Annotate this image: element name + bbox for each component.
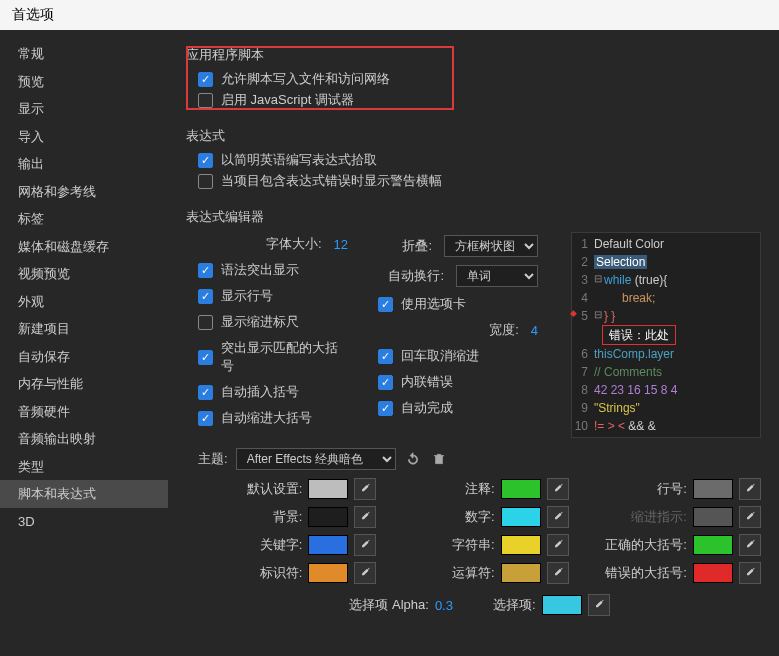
eyedropper-icon[interactable] xyxy=(739,506,761,528)
color-label: 背景: xyxy=(273,508,303,526)
show-banner-label: 当项目包含表达式错误时显示警告横幅 xyxy=(221,172,442,190)
alpha-label: 选择项 Alpha: xyxy=(349,596,428,614)
sidebar-item[interactable]: 网格和参考线 xyxy=(0,178,168,206)
selection-swatch[interactable] xyxy=(542,595,582,615)
auto-indent-brace-label: 自动缩进大括号 xyxy=(221,409,312,427)
eyedropper-icon[interactable] xyxy=(354,562,376,584)
color-swatch[interactable] xyxy=(308,563,348,583)
sidebar-item[interactable]: 常规 xyxy=(0,40,168,68)
eyedropper-icon[interactable] xyxy=(354,534,376,556)
sidebar-item[interactable]: 导入 xyxy=(0,123,168,151)
autocomplete-checkbox[interactable] xyxy=(378,401,393,416)
sidebar-item[interactable]: 媒体和磁盘缓存 xyxy=(0,233,168,261)
eyedropper-icon[interactable] xyxy=(547,562,569,584)
color-label: 注释: xyxy=(465,480,495,498)
theme-label: 主题: xyxy=(198,450,228,468)
color-label: 缩进指示: xyxy=(631,508,687,526)
eyedropper-icon[interactable] xyxy=(739,534,761,556)
expressions-group: 表达式 以简明英语编写表达式拾取 当项目包含表达式错误时显示警告横幅 xyxy=(186,127,761,190)
autocomplete-label: 自动完成 xyxy=(401,399,453,417)
trash-icon[interactable] xyxy=(430,450,448,468)
sidebar-item[interactable]: 输出 xyxy=(0,150,168,178)
show-indent-rule-checkbox[interactable] xyxy=(198,315,213,330)
eyedropper-icon[interactable] xyxy=(354,478,376,500)
color-swatch[interactable] xyxy=(308,535,348,555)
eyedropper-icon[interactable] xyxy=(739,478,761,500)
show-lineno-checkbox[interactable] xyxy=(198,289,213,304)
color-label: 正确的大括号: xyxy=(605,536,687,554)
color-swatch[interactable] xyxy=(693,563,733,583)
font-size-label: 字体大小: xyxy=(266,235,326,253)
allow-write-checkbox[interactable] xyxy=(198,72,213,87)
sidebar-item[interactable]: 显示 xyxy=(0,95,168,123)
sidebar-item[interactable]: 脚本和表达式 xyxy=(0,480,168,508)
font-size-value[interactable]: 12 xyxy=(334,237,348,252)
alpha-value[interactable]: 0.3 xyxy=(435,598,453,613)
pick-english-checkbox[interactable] xyxy=(198,153,213,168)
color-swatch[interactable] xyxy=(693,507,733,527)
color-label: 数字: xyxy=(465,508,495,526)
theme-select[interactable]: After Effects 经典暗色 xyxy=(236,448,396,470)
enable-debugger-checkbox[interactable] xyxy=(198,93,213,108)
show-banner-checkbox[interactable] xyxy=(198,174,213,189)
sidebar-item[interactable]: 音频硬件 xyxy=(0,398,168,426)
sidebar-item[interactable]: 内存与性能 xyxy=(0,370,168,398)
unindent-return-checkbox[interactable] xyxy=(378,349,393,364)
main-container: 常规预览显示导入输出网格和参考线标签媒体和磁盘缓存视频预览外观新建项目自动保存内… xyxy=(0,30,779,656)
editor-group: 表达式编辑器 字体大小:12 语法突出显示 显示行号 显示缩进标尺 突出显示匹配… xyxy=(186,208,761,616)
eyedropper-icon[interactable] xyxy=(588,594,610,616)
hl-brace-checkbox[interactable] xyxy=(198,350,213,365)
color-label: 运算符: xyxy=(452,564,495,582)
use-tabs-checkbox[interactable] xyxy=(378,297,393,312)
color-swatch[interactable] xyxy=(501,535,541,555)
unindent-return-label: 回车取消缩进 xyxy=(401,347,479,365)
eyedropper-icon[interactable] xyxy=(547,506,569,528)
color-swatch[interactable] xyxy=(501,507,541,527)
sidebar-item[interactable]: 预览 xyxy=(0,68,168,96)
eyedropper-icon[interactable] xyxy=(547,534,569,556)
sidebar-item[interactable]: 外观 xyxy=(0,288,168,316)
color-swatch[interactable] xyxy=(308,479,348,499)
wrap-label: 自动换行: xyxy=(388,267,448,285)
sidebar-item[interactable]: 类型 xyxy=(0,453,168,481)
enable-debugger-label: 启用 JavaScript 调试器 xyxy=(221,91,354,109)
pick-english-label: 以简明英语编写表达式拾取 xyxy=(221,151,377,169)
width-value[interactable]: 4 xyxy=(531,323,538,338)
color-label: 错误的大括号: xyxy=(605,564,687,582)
eyedropper-icon[interactable] xyxy=(354,506,376,528)
fold-label: 折叠: xyxy=(402,237,436,255)
code-preview: 1Default Color 2Selection 3⊟while (true)… xyxy=(571,232,761,438)
syntax-hl-checkbox[interactable] xyxy=(198,263,213,278)
app-scripts-title: 应用程序脚本 xyxy=(186,46,761,64)
undo-icon[interactable] xyxy=(404,450,422,468)
sidebar-item[interactable]: 3D xyxy=(0,508,168,536)
color-swatch[interactable] xyxy=(693,479,733,499)
eyedropper-icon[interactable] xyxy=(739,562,761,584)
auto-bracket-checkbox[interactable] xyxy=(198,385,213,400)
color-swatch[interactable] xyxy=(308,507,348,527)
wrap-select[interactable]: 单词 xyxy=(456,265,538,287)
sidebar-item[interactable]: 标签 xyxy=(0,205,168,233)
fold-select[interactable]: 方框树状图 xyxy=(444,235,538,257)
preferences-sidebar: 常规预览显示导入输出网格和参考线标签媒体和磁盘缓存视频预览外观新建项目自动保存内… xyxy=(0,30,168,656)
auto-bracket-label: 自动插入括号 xyxy=(221,383,299,401)
eyedropper-icon[interactable] xyxy=(547,478,569,500)
color-grid: 默认设置:注释:行号:背景:数字:缩进指示:关键字:字符串:正确的大括号:标识符… xyxy=(198,478,761,584)
inline-err-checkbox[interactable] xyxy=(378,375,393,390)
window-title: 首选项 xyxy=(12,6,54,22)
color-swatch[interactable] xyxy=(501,563,541,583)
auto-indent-brace-checkbox[interactable] xyxy=(198,411,213,426)
syntax-hl-label: 语法突出显示 xyxy=(221,261,299,279)
sidebar-item[interactable]: 自动保存 xyxy=(0,343,168,371)
expressions-title: 表达式 xyxy=(186,127,761,145)
color-swatch[interactable] xyxy=(693,535,733,555)
sidebar-item[interactable]: 音频输出映射 xyxy=(0,425,168,453)
editor-title: 表达式编辑器 xyxy=(186,208,761,226)
color-label: 默认设置: xyxy=(247,480,303,498)
sidebar-item[interactable]: 新建项目 xyxy=(0,315,168,343)
color-label: 字符串: xyxy=(452,536,495,554)
allow-write-label: 允许脚本写入文件和访问网络 xyxy=(221,70,390,88)
color-swatch[interactable] xyxy=(501,479,541,499)
color-label: 行号: xyxy=(657,480,687,498)
sidebar-item[interactable]: 视频预览 xyxy=(0,260,168,288)
